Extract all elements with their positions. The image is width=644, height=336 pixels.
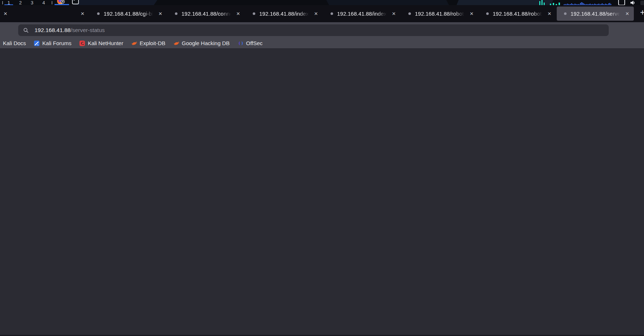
tab-close-button[interactable]: × [157, 11, 164, 17]
panel-left-section: 1234 2 [0, 0, 80, 5]
panel-separator [52, 1, 52, 4]
search-icon [23, 28, 29, 33]
equalizer-monitor-icon [539, 0, 545, 5]
tab-close-button[interactable]: × [390, 11, 397, 17]
wallpaper-shape [74, 0, 159, 5]
tab-close-button[interactable]: × [312, 11, 320, 17]
browser-tab[interactable]: × [12, 7, 89, 21]
page-favicon-icon [564, 12, 567, 15]
desktop-panel: 1234 2 [0, 0, 644, 5]
google-hacking-db-icon [173, 40, 179, 46]
kali-nethunter-icon [79, 40, 85, 46]
tray-partial-icon [640, 1, 644, 5]
tab-title: 192.168.41.88/server-status [571, 11, 621, 17]
taskbar-terminal-button[interactable] [72, 0, 80, 5]
workspace-switcher: 1234 [3, 0, 49, 5]
tab-close-button[interactable]: × [624, 11, 631, 17]
page-favicon-icon [408, 12, 411, 15]
page-favicon-icon [175, 12, 177, 15]
bookmark-label: Kali NetHunter [88, 40, 123, 46]
workspace-button-3[interactable]: 3 [26, 0, 38, 5]
tab-close-button[interactable]: × [2, 11, 9, 17]
bookmark-item[interactable]: Google Hacking DB [173, 39, 230, 48]
firefox-window-count-badge: 2 [61, 0, 65, 4]
exploit-db-icon [131, 40, 137, 46]
wallpaper-shape [325, 0, 449, 5]
workspace-button-1[interactable]: 1 [3, 0, 15, 5]
bookmark-item[interactable]: Kali Forums [34, 39, 71, 48]
bookmark-label: Kali Forums [42, 40, 71, 46]
kali-forums-icon [34, 40, 40, 46]
browser-tab-active[interactable]: 192.168.41.88/server-status× [557, 7, 634, 21]
bookmark-item[interactable]: OffSec [238, 39, 263, 48]
bookmark-item[interactable]: Kali NetHunter [79, 39, 123, 48]
speaker-icon[interactable] [629, 0, 637, 5]
taskbar-firefox-button[interactable]: 2 [55, 0, 69, 5]
browser-tab[interactable]: 192.168.41.88/connect× [168, 7, 245, 21]
workspace-button-2[interactable]: 2 [15, 0, 26, 5]
page-favicon-icon [331, 12, 333, 15]
clipboard-tray-icon[interactable] [618, 0, 624, 5]
terminal-prompt-mark [73, 0, 75, 0]
browser-tab[interactable]: 192.168.41.88/index.php× [323, 7, 400, 21]
bookmarks-toolbar: Kali DocsKali ForumsKali NetHunterExploi… [0, 38, 644, 49]
page-favicon-icon [486, 12, 489, 15]
browser-tab[interactable]: 192.168.41.88/cgi-bin/× [90, 7, 167, 21]
new-tab-button[interactable]: + [637, 8, 644, 19]
tab-close-button[interactable]: × [546, 11, 553, 17]
tab-close-button[interactable]: × [468, 11, 475, 17]
browser-tab[interactable]: RL× [0, 7, 11, 21]
navigation-toolbar: 192.168.41.88/server-status [0, 22, 644, 38]
url-domain: 192.168.41.88 [35, 27, 71, 33]
browser-tab[interactable]: 192.168.41.88/index× [245, 7, 323, 21]
bookmark-item[interactable]: Exploit-DB [131, 39, 165, 48]
browser-tab[interactable]: 192.168.41.88/robots× [401, 7, 478, 21]
tab-title: 192.168.41.88/index [259, 11, 310, 17]
url-text: 192.168.41.88/server-status [35, 27, 105, 33]
tab-bar: RL××192.168.41.88/cgi-bin/×192.168.41.88… [0, 5, 644, 22]
tab-close-button[interactable]: × [79, 11, 86, 17]
bookmark-label: Exploit-DB [140, 40, 165, 46]
page-favicon-icon [97, 12, 100, 15]
bookmark-label: OffSec [246, 40, 263, 46]
bookmark-item[interactable]: Kali Docs [3, 39, 26, 48]
tab-title: 192.168.41.88/cgi-bin/ [104, 11, 155, 17]
tab-title: 192.168.41.88/index.php [337, 11, 388, 17]
browser-tab[interactable]: 192.168.41.88/robots.txt× [479, 7, 556, 21]
terminal-icon [72, 0, 79, 4]
network-graph-icon [564, 2, 613, 5]
tab-title: 192.168.41.88/robots.txt [493, 11, 544, 17]
bookmark-label: Google Hacking DB [182, 40, 230, 46]
url-bar[interactable]: 192.168.41.88/server-status [18, 24, 609, 36]
tab-close-button[interactable]: × [235, 11, 242, 17]
monitor-dots-icon [550, 3, 560, 5]
page-content [0, 49, 644, 335]
tab-title: 192.168.41.88/connect [181, 11, 232, 17]
page-favicon-icon [253, 12, 255, 15]
panel-tray-section [539, 0, 644, 5]
tab-strip: RL××192.168.41.88/cgi-bin/×192.168.41.88… [0, 7, 634, 21]
url-path: /server-status [71, 27, 105, 33]
workspace-button-4[interactable]: 4 [38, 0, 49, 5]
offsec-icon [238, 40, 244, 46]
bookmark-label: Kali Docs [3, 40, 26, 46]
tab-title: 192.168.41.88/robots [415, 11, 466, 17]
